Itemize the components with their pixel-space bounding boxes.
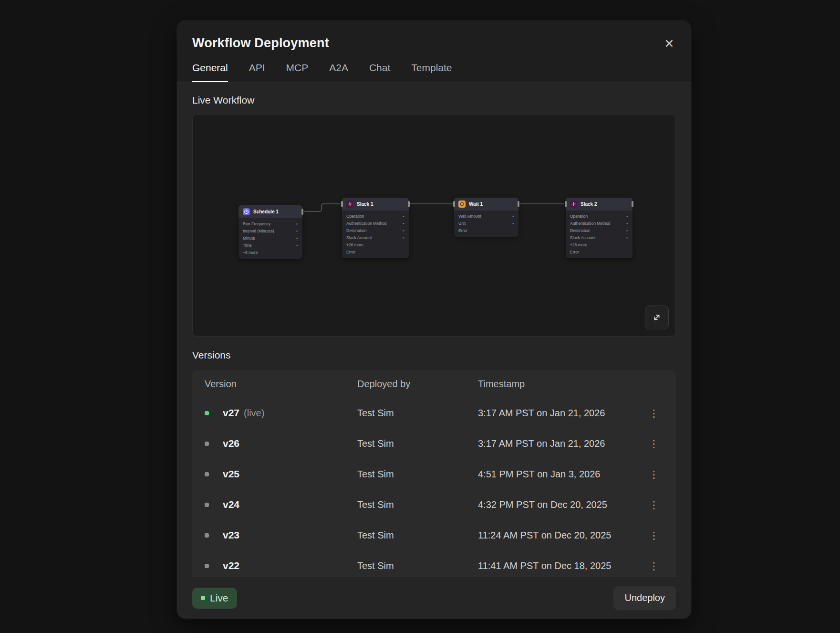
chevron-right-icon: ▸ (512, 222, 514, 225)
node-title: Wait 1 (469, 201, 483, 207)
dialog-content: Live Workflow Schedule 1 (177, 83, 691, 577)
node-field-more: +26 more (346, 241, 404, 248)
node-field-more: +6 more (243, 249, 298, 256)
node-field-error: Error (346, 248, 404, 255)
row-menu-button[interactable]: ⋮ (644, 495, 664, 514)
live-status-badge: Live (192, 588, 237, 609)
close-icon: ✕ (664, 37, 674, 50)
chevron-right-icon: ▸ (403, 222, 404, 225)
version-label: v25 (223, 468, 357, 480)
node-field: Slack Account▸ (570, 234, 628, 241)
port-handle[interactable] (301, 209, 303, 215)
expand-diagonal-icon (652, 312, 662, 323)
deployed-by: Test Sim (357, 408, 478, 419)
chevron-right-icon: ▸ (296, 229, 298, 232)
row-menu-button[interactable]: ⋮ (644, 464, 664, 484)
version-row-v23: v23 Test Sim 11:24 AM PST on Dec 20, 202… (192, 520, 676, 550)
chevron-right-icon: ▸ (512, 214, 514, 218)
node-field: Run Frequency▸ (243, 220, 298, 227)
timestamp: 11:24 AM PST on Dec 20, 2025 (478, 530, 644, 541)
node-header: Schedule 1 (239, 205, 302, 218)
column-timestamp: Timestamp (478, 379, 664, 390)
expand-workflow-button[interactable] (645, 306, 669, 329)
node-field: Time▸ (243, 242, 298, 249)
timestamp: 3:17 AM PST on Jan 21, 2026 (478, 408, 644, 419)
live-status-dot (205, 411, 209, 415)
status-dot (205, 472, 209, 476)
column-deployed-by: Deployed by (357, 379, 478, 390)
node-body: Run Frequency▸ Interval (Minutes)▸ Minut… (239, 218, 302, 259)
tab-chat[interactable]: Chat (369, 62, 390, 82)
node-field: Authentication Method▸ (346, 220, 404, 227)
chevron-right-icon: ▸ (626, 222, 628, 225)
tab-mcp[interactable]: MCP (286, 62, 309, 82)
node-header: Slack 1 (342, 198, 409, 211)
status-dot (205, 533, 209, 538)
node-body: Operation▸ Authentication Method▸ Destin… (566, 211, 633, 258)
node-field: Authentication Method▸ (570, 220, 628, 227)
row-menu-button[interactable]: ⋮ (644, 434, 664, 453)
node-field-more: +26 more (570, 241, 628, 248)
port-handle[interactable] (632, 201, 633, 207)
live-dot-icon (201, 596, 205, 600)
node-field: Interval (Minutes)▸ (243, 227, 298, 234)
version-label: v27(live) (223, 407, 357, 419)
live-badge-label: Live (210, 592, 228, 604)
chevron-right-icon: ▸ (296, 243, 298, 247)
timestamp: 11:41 AM PST on Dec 18, 2025 (478, 560, 644, 571)
port-handle[interactable] (565, 201, 567, 207)
node-wait-1[interactable]: Wait 1 Wait Amount▸ Unit▸ Error (454, 198, 519, 237)
node-field-error: Error (570, 248, 628, 255)
timestamp: 4:32 PM PST on Dec 20, 2025 (478, 499, 644, 510)
node-field-error: Error (458, 227, 514, 234)
node-slack-2[interactable]: Slack 2 Operation▸ Authentication Method… (566, 198, 633, 258)
node-field: Unit▸ (458, 220, 514, 227)
tab-general[interactable]: General (192, 62, 228, 82)
tab-bar: General API MCP A2A Chat Template (177, 51, 691, 83)
kebab-icon: ⋮ (649, 530, 659, 541)
deployed-by: Test Sim (357, 530, 478, 541)
port-handle[interactable] (453, 201, 455, 207)
timestamp: 3:17 AM PST on Jan 21, 2026 (478, 438, 644, 449)
timestamp: 4:51 PM PST on Jan 3, 2026 (478, 469, 644, 480)
slack-icon (570, 200, 577, 208)
version-label: v22 (223, 560, 357, 571)
workflow-canvas[interactable]: Schedule 1 Run Frequency▸ Interval (Minu… (192, 114, 676, 337)
version-row-v25: v25 Test Sim 4:51 PM PST on Jan 3, 2026 … (192, 459, 676, 489)
node-body: Operation▸ Authentication Method▸ Destin… (342, 211, 409, 258)
status-dot (205, 442, 209, 446)
version-row-v26: v26 Test Sim 3:17 AM PST on Jan 21, 2026… (192, 428, 676, 459)
chevron-right-icon: ▸ (403, 214, 404, 218)
node-field: Destination▸ (346, 227, 404, 234)
node-field: Wait Amount▸ (458, 212, 514, 220)
chevron-right-icon: ▸ (403, 229, 404, 232)
tab-a2a[interactable]: A2A (329, 62, 348, 82)
slack-icon (346, 200, 353, 208)
port-handle[interactable] (518, 201, 519, 207)
row-menu-button[interactable]: ⋮ (644, 526, 664, 545)
versions-table: Version Deployed by Timestamp v27(live) … (192, 370, 676, 577)
node-field: Slack Account▸ (346, 234, 404, 241)
node-schedule-1[interactable]: Schedule 1 Run Frequency▸ Interval (Minu… (239, 205, 302, 259)
port-handle[interactable] (341, 201, 343, 207)
node-field: Minute▸ (243, 234, 298, 242)
undeploy-button[interactable]: Undeploy (613, 586, 676, 610)
tab-api[interactable]: API (249, 62, 265, 82)
port-handle[interactable] (408, 201, 410, 207)
kebab-icon: ⋮ (649, 499, 659, 510)
tab-template[interactable]: Template (411, 62, 452, 82)
node-field: Destination▸ (570, 227, 628, 234)
node-slack-1[interactable]: Slack 1 Operation▸ Authentication Method… (342, 198, 409, 258)
wait-clock-icon (458, 200, 466, 208)
page-title: Workflow Deployment (192, 36, 676, 51)
kebab-icon: ⋮ (649, 560, 659, 571)
deployed-by: Test Sim (357, 438, 478, 449)
node-field: Operation▸ (570, 212, 628, 220)
row-menu-button[interactable]: ⋮ (644, 556, 664, 575)
row-menu-button[interactable]: ⋮ (644, 403, 664, 422)
close-button[interactable]: ✕ (660, 34, 679, 53)
versions-heading: Versions (192, 349, 676, 361)
live-suffix: (live) (244, 408, 264, 418)
workflow-deployment-dialog: Workflow Deployment ✕ General API MCP A2… (177, 21, 691, 619)
version-label: v23 (223, 529, 357, 541)
